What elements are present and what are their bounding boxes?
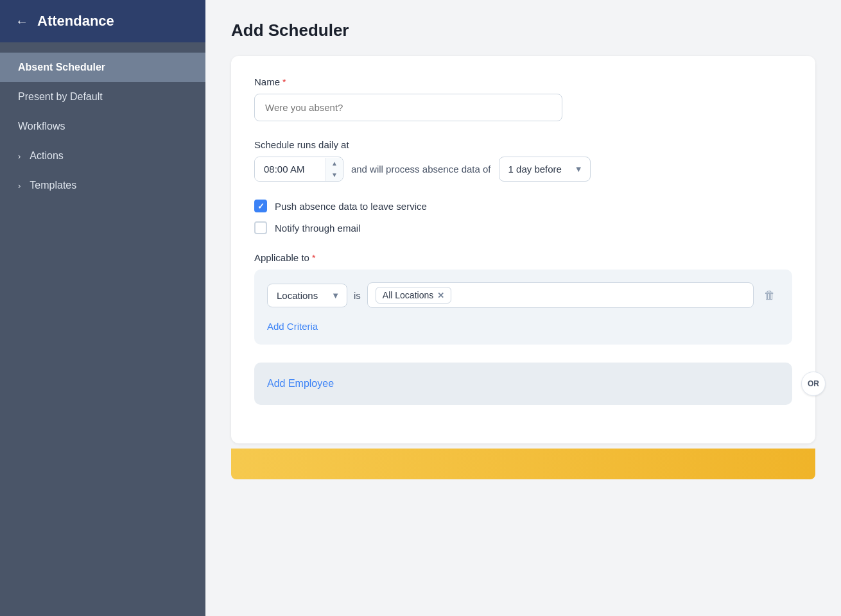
- name-group: Name *: [254, 76, 792, 121]
- sidebar-item-label: Actions: [30, 150, 63, 162]
- delete-criteria-button[interactable]: 🗑: [760, 285, 779, 306]
- sidebar-header: ← Attendance: [0, 0, 205, 42]
- checkboxes-group: ✓ Push absence data to leave service Not…: [254, 200, 792, 234]
- push-absence-row[interactable]: ✓ Push absence data to leave service: [254, 200, 792, 212]
- checkmark-icon: ✓: [257, 201, 264, 211]
- push-absence-label: Push absence data to leave service: [275, 201, 427, 212]
- time-input-wrapper: ▲ ▼: [254, 157, 343, 182]
- add-employee-button[interactable]: Add Employee: [267, 375, 334, 392]
- applicable-to-label: Applicable to *: [254, 252, 792, 263]
- sidebar-item-present-by-default[interactable]: Present by Default: [0, 82, 205, 112]
- or-badge: OR: [801, 372, 826, 396]
- schedule-group: Schedule runs daily at ▲ ▼ and will proc…: [254, 139, 792, 182]
- sidebar-item-label: Absent Scheduler: [18, 62, 105, 73]
- time-up-button[interactable]: ▲: [326, 158, 343, 169]
- notify-email-row[interactable]: Notify through email: [254, 221, 792, 234]
- all-locations-tag: All Locations ✕: [376, 287, 451, 304]
- page-title: Add Scheduler: [231, 21, 815, 40]
- sidebar-item-templates[interactable]: › Templates: [0, 171, 205, 200]
- tag-input-area[interactable]: All Locations ✕: [367, 282, 754, 308]
- push-absence-checkbox[interactable]: ✓: [254, 200, 267, 212]
- or-badge-container: OR: [801, 372, 826, 396]
- required-star-applicable: *: [312, 253, 315, 263]
- name-label: Name *: [254, 76, 792, 87]
- notify-email-checkbox[interactable]: [254, 221, 267, 234]
- add-employee-box: Add Employee: [254, 363, 792, 405]
- day-before-select[interactable]: 1 day before 2 days before 3 days before: [499, 157, 591, 182]
- time-spinners: ▲ ▼: [325, 158, 343, 181]
- time-down-button[interactable]: ▼: [326, 169, 343, 181]
- schedule-label: Schedule runs daily at: [254, 139, 792, 150]
- notify-email-label: Notify through email: [275, 223, 360, 234]
- tag-close-icon[interactable]: ✕: [437, 291, 444, 300]
- criteria-row: Locations Department ▼ is All Locations: [267, 282, 779, 308]
- chevron-right-icon: ›: [18, 181, 21, 191]
- bottom-hint-strip: [231, 449, 815, 479]
- tag-label: All Locations: [383, 290, 433, 300]
- sidebar-item-absent-scheduler[interactable]: Absent Scheduler: [0, 53, 205, 82]
- sidebar-item-actions[interactable]: › Actions: [0, 141, 205, 171]
- main-content: Add Scheduler Name * Schedule runs daily…: [205, 0, 841, 616]
- locations-select-wrapper: Locations Department ▼: [267, 284, 347, 307]
- sidebar: ← Attendance Absent Scheduler Present by…: [0, 0, 205, 616]
- chevron-right-icon: ›: [18, 151, 21, 161]
- add-scheduler-card: Name * Schedule runs daily at ▲ ▼: [231, 56, 815, 443]
- back-icon[interactable]: ←: [15, 14, 28, 29]
- sidebar-item-workflows[interactable]: Workflows: [0, 112, 205, 141]
- criteria-is-text: is: [354, 290, 361, 301]
- schedule-connector-text: and will process absence data of: [351, 164, 491, 175]
- sidebar-item-label: Templates: [30, 180, 76, 191]
- sidebar-title: Attendance: [37, 13, 114, 30]
- sidebar-nav: Absent Scheduler Present by Default Work…: [0, 42, 205, 616]
- schedule-row: ▲ ▼ and will process absence data of 1 d…: [254, 157, 792, 182]
- locations-select[interactable]: Locations Department: [267, 284, 347, 307]
- name-input[interactable]: [254, 94, 562, 121]
- applicable-to-group: Applicable to * Locations Department: [254, 252, 792, 405]
- time-input[interactable]: [255, 157, 325, 181]
- locations-criteria-box: Locations Department ▼ is All Locations: [254, 270, 792, 345]
- checkbox-group: ✓ Push absence data to leave service Not…: [254, 200, 792, 234]
- sidebar-item-label: Workflows: [18, 121, 65, 132]
- sidebar-item-label: Present by Default: [18, 91, 103, 103]
- trash-icon: 🗑: [764, 289, 776, 302]
- day-before-select-wrapper: 1 day before 2 days before 3 days before…: [499, 157, 591, 182]
- required-star: *: [282, 77, 286, 87]
- add-criteria-button[interactable]: Add Criteria: [267, 318, 318, 334]
